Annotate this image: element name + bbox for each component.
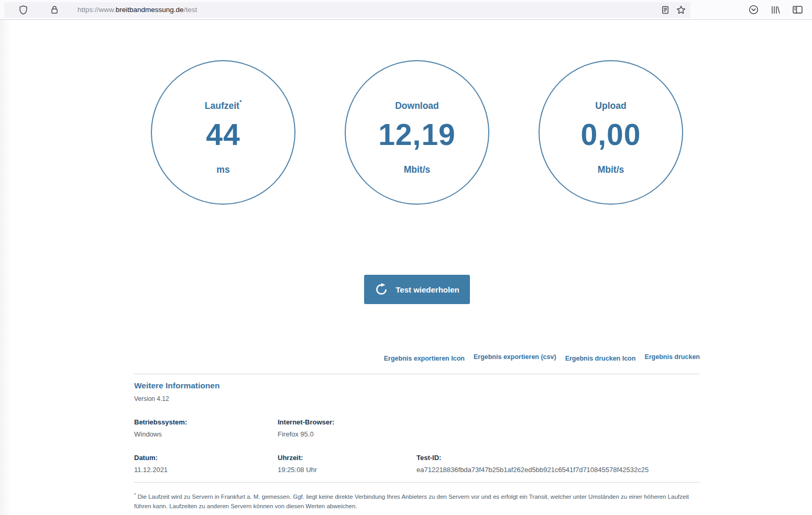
field-uhrzeit: Uhrzeit: 19:25:08 Uhr <box>278 454 416 474</box>
metrics-row: Laufzeit* 44 ms Download 12,19 Mbit/s Up… <box>134 20 700 205</box>
field-value: 19:25:08 Uhr <box>278 466 416 474</box>
sidebar-toggle-icon[interactable] <box>790 3 805 17</box>
metric-unit: ms <box>216 164 229 175</box>
metric-circle-upload: Upload 0,00 Mbit/s <box>539 60 683 205</box>
library-icon[interactable] <box>768 3 783 17</box>
field-value: ea712218836fbda73f47b25b1af262ed5bb921c6… <box>416 466 700 474</box>
info-grid: Betriebssystem: Windows Internet-Browser… <box>134 418 700 474</box>
app-version: Version 4.12 <box>134 395 700 402</box>
metric-value: 0,00 <box>581 120 641 150</box>
metric-unit: Mbit/s <box>598 164 624 175</box>
metric-circle-laufzeit: Laufzeit* 44 ms <box>151 60 295 205</box>
result-actions: Ergebnis exportieren Icon Ergebnis expor… <box>134 355 700 362</box>
print-result-icon-link[interactable]: Ergebnis drucken Icon <box>565 355 636 362</box>
field-test-id: Test-ID: ea712218836fbda73f47b25b1af262e… <box>416 454 700 474</box>
print-result-link[interactable]: Ergebnis drucken <box>644 353 700 361</box>
metric-circle-download: Download 12,19 Mbit/s <box>345 60 489 205</box>
metric-label: Download <box>395 98 439 111</box>
url-domain: breitbandmessung.de <box>116 6 184 14</box>
field-betriebssystem: Betriebssystem: Windows <box>134 418 278 438</box>
bookmark-star-icon[interactable] <box>674 3 688 17</box>
url-path: /test <box>184 6 197 14</box>
refresh-icon <box>375 283 388 296</box>
laufzeit-footnote: * Die Laufzeit wird zu Servern in Frankf… <box>134 491 700 511</box>
shield-icon[interactable] <box>16 3 30 17</box>
field-value: Firefox 95.0 <box>278 430 416 438</box>
repeat-test-button[interactable]: Test wiederholen <box>364 275 470 304</box>
field-value: 11.12.2021 <box>134 466 278 474</box>
field-label: Uhrzeit: <box>278 454 416 462</box>
url-protocol: https://www. <box>78 6 116 14</box>
page: Laufzeit* 44 ms Download 12,19 Mbit/s Up… <box>0 20 812 515</box>
export-result-icon-link[interactable]: Ergebnis exportieren Icon <box>384 355 465 362</box>
metric-value: 12,19 <box>378 120 456 150</box>
laufzeit-asterisk: * <box>239 99 242 105</box>
field-label: Betriebssystem: <box>134 418 278 426</box>
url-input[interactable]: https://www.breitbandmessung.de/test <box>78 6 658 14</box>
footnote-text: Die Laufzeit wird zu Servern in Frankfur… <box>134 494 689 509</box>
divider-top <box>134 374 700 374</box>
pocket-icon[interactable] <box>746 3 761 17</box>
field-internet-browser: Internet-Browser: Firefox 95.0 <box>278 418 416 438</box>
metric-value: 44 <box>206 120 240 150</box>
repeat-test-label: Test wiederholen <box>396 285 459 294</box>
metric-label: Laufzeit* <box>205 98 242 111</box>
toolbar-right-icons <box>746 3 805 17</box>
url-bar[interactable]: https://www.breitbandmessung.de/test <box>4 2 690 18</box>
field-datum: Datum: 11.12.2021 <box>134 454 278 474</box>
divider-bottom <box>134 482 700 483</box>
metric-label: Upload <box>595 98 626 111</box>
lock-icon[interactable] <box>47 3 62 17</box>
field-label: Internet-Browser: <box>278 418 416 426</box>
field-value: Windows <box>134 430 278 438</box>
export-result-csv-link[interactable]: Ergebnis exportieren (csv) <box>474 353 556 361</box>
field-label: Test-ID: <box>416 454 700 462</box>
reader-mode-icon[interactable] <box>658 3 673 17</box>
metric-unit: Mbit/s <box>404 164 431 175</box>
field-label: Datum: <box>134 454 278 462</box>
info-section-title: Weitere Informationen <box>134 381 700 390</box>
browser-toolbar: https://www.breitbandmessung.de/test <box>0 0 812 20</box>
